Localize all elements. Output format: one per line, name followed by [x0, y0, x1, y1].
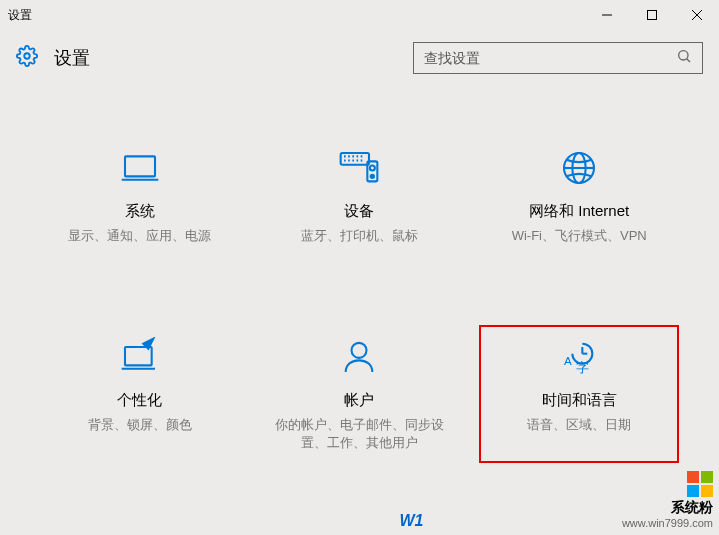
- tile-network[interactable]: 网络和 Internet Wi-Fi、飞行模式、VPN: [479, 136, 679, 255]
- tile-title: 网络和 Internet: [529, 202, 629, 221]
- tile-desc: 背景、锁屏、颜色: [88, 416, 192, 434]
- personalization-icon: [118, 335, 162, 379]
- window-controls: [584, 0, 719, 30]
- watermark-text: 系统粉: [622, 499, 713, 517]
- tile-title: 个性化: [117, 391, 162, 410]
- settings-grid: 系统 显示、通知、应用、电源 设备 蓝牙、打印机、鼠标 网络和 Internet: [0, 86, 719, 463]
- svg-text:A: A: [564, 355, 572, 368]
- tile-personalization[interactable]: 个性化 背景、锁屏、颜色: [40, 325, 240, 462]
- svg-point-4: [24, 53, 30, 59]
- header: 设置: [0, 30, 719, 86]
- svg-point-22: [371, 175, 374, 178]
- svg-rect-26: [125, 347, 152, 365]
- search-icon: [676, 48, 692, 68]
- svg-point-28: [352, 343, 367, 358]
- watermark: 系统粉 www.win7999.com: [622, 471, 713, 529]
- svg-rect-1: [647, 11, 656, 20]
- page-indicator: W1: [400, 512, 424, 530]
- svg-line-6: [687, 59, 690, 62]
- app-title: 设置: [54, 46, 397, 70]
- svg-point-21: [370, 166, 375, 171]
- search-input[interactable]: [424, 50, 676, 66]
- svg-rect-7: [125, 156, 155, 176]
- maximize-button[interactable]: [629, 0, 674, 30]
- tile-system[interactable]: 系统 显示、通知、应用、电源: [40, 136, 240, 255]
- titlebar: 设置: [0, 0, 719, 30]
- devices-icon: [337, 146, 381, 190]
- tile-title: 帐户: [344, 391, 374, 410]
- svg-point-5: [679, 51, 688, 60]
- gear-icon: [16, 45, 38, 71]
- ms-logo-icon: [687, 471, 713, 497]
- tile-desc: 蓝牙、打印机、鼠标: [301, 227, 418, 245]
- search-box[interactable]: [413, 42, 703, 74]
- globe-icon: [557, 146, 601, 190]
- svg-rect-9: [341, 153, 369, 165]
- tile-desc: 你的帐户、电子邮件、同步设置、工作、其他用户: [274, 416, 444, 452]
- tile-title: 系统: [125, 202, 155, 221]
- window-title: 设置: [8, 7, 32, 24]
- tile-desc: 语音、区域、日期: [527, 416, 631, 434]
- svg-text:字: 字: [576, 360, 589, 375]
- tile-title: 设备: [344, 202, 374, 221]
- time-language-icon: A 字: [557, 335, 601, 379]
- user-icon: [337, 335, 381, 379]
- tile-time-language[interactable]: A 字 时间和语言 语音、区域、日期: [479, 325, 679, 462]
- tile-desc: Wi-Fi、飞行模式、VPN: [512, 227, 647, 245]
- close-button[interactable]: [674, 0, 719, 30]
- tile-desc: 显示、通知、应用、电源: [68, 227, 211, 245]
- tile-devices[interactable]: 设备 蓝牙、打印机、鼠标: [260, 136, 460, 255]
- system-icon: [118, 146, 162, 190]
- watermark-url: www.win7999.com: [622, 517, 713, 529]
- tile-accounts[interactable]: 帐户 你的帐户、电子邮件、同步设置、工作、其他用户: [260, 325, 460, 462]
- tile-title: 时间和语言: [542, 391, 617, 410]
- minimize-button[interactable]: [584, 0, 629, 30]
